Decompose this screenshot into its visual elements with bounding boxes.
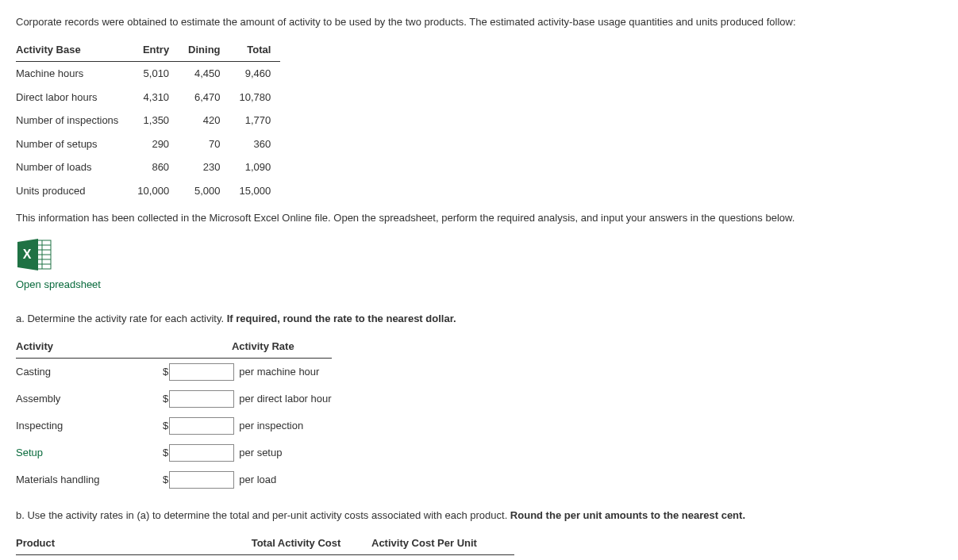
dollar-sign: $ xyxy=(163,420,168,432)
th-cost-per-unit: Activity Cost Per Unit xyxy=(371,531,514,555)
product-cost-table: Product Total Activity Cost Activity Cos… xyxy=(16,531,514,561)
activity-rate-table: Activity Activity Rate Casting $ per mac… xyxy=(16,335,332,494)
q-a-text: Determine the activity rate for each act… xyxy=(25,313,227,324)
table-row: Materials handling $ per load xyxy=(16,466,332,493)
q-b-letter: b. xyxy=(16,509,25,521)
assembly-rate-input[interactable] xyxy=(169,390,234,408)
dollar-sign: $ xyxy=(163,447,168,458)
table-row: Assembly $ per direct labor hour xyxy=(16,385,332,412)
intro-text: Corporate records were obtained to estim… xyxy=(16,14,942,30)
collection-note: This information has been collected in t… xyxy=(16,210,942,226)
casting-rate-input[interactable] xyxy=(169,363,234,381)
excel-icon[interactable]: X xyxy=(16,237,54,272)
setup-rate-input[interactable] xyxy=(169,444,234,462)
q-b-bold: Round the per unit amounts to the neares… xyxy=(510,509,745,521)
th-total: Total xyxy=(230,38,281,62)
svg-text:X: X xyxy=(23,247,32,261)
dollar-sign: $ xyxy=(163,393,168,405)
dollar-sign: $ xyxy=(163,366,168,378)
th-activity-base: Activity Base xyxy=(16,38,128,62)
q-a-letter: a. xyxy=(16,313,25,324)
th-product: Product xyxy=(16,531,229,555)
table-row: Casting $ per machine hour xyxy=(16,359,332,386)
dollar-sign: $ xyxy=(163,474,168,485)
setup-label[interactable]: Setup xyxy=(16,439,163,466)
table-row: Number of inspections 1,350 420 1,770 xyxy=(16,109,280,132)
q-a-bold: If required, round the rate to the neare… xyxy=(227,313,456,324)
q-b-text: Use the activity rates in (a) to determi… xyxy=(25,509,510,521)
inspecting-rate-input[interactable] xyxy=(169,417,234,435)
open-spreadsheet-link[interactable]: Open spreadsheet xyxy=(16,278,101,290)
th-activity: Activity xyxy=(16,335,163,359)
table-row: Units produced 10,000 5,000 15,000 xyxy=(16,179,280,203)
th-activity-rate: Activity Rate xyxy=(163,335,332,359)
table-row: Inspecting $ per inspection xyxy=(16,412,332,439)
th-dining: Dining xyxy=(179,38,229,62)
table-row: Machine hours 5,010 4,450 9,460 xyxy=(16,62,280,86)
th-entry: Entry xyxy=(128,38,179,62)
th-total-activity-cost: Total Activity Cost xyxy=(229,531,371,555)
question-a: a. Determine the activity rate for each … xyxy=(16,311,942,327)
table-row: Direct labor hours 4,310 6,470 10,780 xyxy=(16,86,280,109)
table-row: Number of setups 290 70 360 xyxy=(16,132,280,156)
table-row: Number of loads 860 230 1,090 xyxy=(16,155,280,179)
table-row: Entry Lighting Fixtures $ $ xyxy=(16,555,514,561)
table-row: Setup $ per setup xyxy=(16,439,332,466)
question-b: b. Use the activity rates in (a) to dete… xyxy=(16,508,942,524)
materials-handling-rate-input[interactable] xyxy=(169,471,234,489)
activity-base-table: Activity Base Entry Dining Total Machine… xyxy=(16,38,280,203)
